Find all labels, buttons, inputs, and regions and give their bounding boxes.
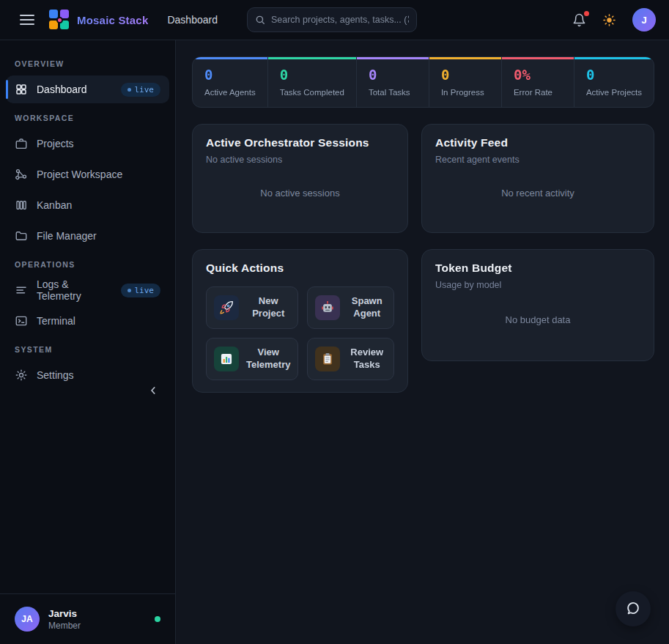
stat-label: Error Rate [514, 88, 562, 97]
stat-label: Active Agents [204, 88, 256, 97]
stat-error-rate: 0% Error Rate [501, 57, 574, 107]
stat-tasks-completed: 0 Tasks Completed [267, 57, 356, 107]
stat-accent-bar [357, 57, 429, 59]
section-operations: OPERATIONS [15, 260, 160, 269]
empty-state: No recent activity [435, 165, 640, 221]
search-icon [255, 15, 265, 25]
section-system: SYSTEM [15, 345, 160, 354]
action-label: View Telemetry [246, 347, 290, 371]
card-title: Quick Actions [206, 262, 394, 275]
action-label: Spawn Agent [347, 295, 386, 320]
mosaic-stack-logo [49, 10, 70, 30]
sidebar-item-terminal[interactable]: Terminal [6, 307, 169, 335]
stat-accent-bar [268, 57, 356, 59]
stat-label: In Progress [441, 88, 489, 97]
stat-label: Tasks Completed [280, 88, 344, 97]
theme-toggle-button[interactable] [602, 13, 616, 27]
clipboard-icon [315, 347, 340, 371]
notification-dot [584, 11, 589, 16]
stat-accent-bar [502, 57, 574, 59]
live-dot-icon [127, 289, 131, 292]
card-subtitle: Usage by model [435, 280, 640, 290]
stat-value: 0 [586, 67, 642, 83]
speech-bubble-icon [625, 601, 641, 617]
sidebar-item-kanban[interactable]: Kanban [6, 191, 169, 219]
stat-label: Active Projects [586, 88, 642, 97]
sidebar-item-label: Project Workspace [37, 169, 122, 180]
stat-accent-bar [574, 57, 654, 59]
stat-label: Total Tasks [369, 88, 417, 97]
card-subtitle: No active sessions [206, 155, 394, 165]
notifications-button[interactable] [572, 13, 586, 27]
sidebar-item-file-manager[interactable]: File Manager [6, 222, 169, 250]
search-input[interactable] [271, 15, 409, 25]
card-subtitle: Recent agent events [435, 155, 640, 165]
review-tasks-button[interactable]: Review Tasks [307, 338, 394, 380]
kanban-icon [15, 199, 28, 212]
sidebar-item-label: Settings [37, 369, 74, 381]
spawn-agent-button[interactable]: Spawn Agent [307, 286, 394, 329]
new-project-button[interactable]: New Project [206, 286, 298, 329]
sidebar: OVERVIEW Dashboard live WORKSPACE Projec… [0, 40, 176, 644]
stat-in-progress: 0 In Progress [429, 57, 501, 107]
user-name: Jarvis [48, 608, 81, 619]
stat-value: 0% [514, 67, 562, 83]
sidebar-item-projects[interactable]: Projects [6, 130, 169, 158]
stats-row: 0 Active Agents 0 Tasks Completed 0 Tota… [192, 56, 654, 108]
activity-feed-card: Activity Feed Recent agent events No rec… [421, 124, 654, 233]
sidebar-item-label: Kanban [37, 199, 72, 211]
sidebar-item-logs-telemetry[interactable]: Logs & Telemetry live [6, 276, 169, 304]
stat-value: 0 [441, 67, 489, 83]
top-header: Mosaic Stack Dashboard [0, 0, 669, 40]
gear-icon [15, 369, 28, 382]
stat-total-tasks: 0 Total Tasks [356, 57, 429, 107]
stat-active-projects: 0 Active Projects [574, 57, 654, 107]
sidebar-user-panel[interactable]: JA Jarvis Member [0, 593, 175, 644]
card-title: Token Budget [435, 262, 640, 275]
menu-icon[interactable] [20, 15, 34, 25]
sidebar-item-label: File Manager [37, 230, 97, 242]
card-title: Active Orchestrator Sessions [206, 136, 394, 149]
online-status-dot [155, 616, 160, 622]
terminal-icon [15, 314, 28, 327]
rocket-icon [214, 295, 239, 320]
sidebar-item-project-workspace[interactable]: Project Workspace [6, 160, 169, 188]
nodes-icon [15, 168, 28, 181]
chevron-left-icon [147, 385, 159, 396]
live-dot-icon [127, 88, 131, 92]
stat-accent-bar [429, 57, 501, 59]
stat-accent-bar [193, 57, 267, 59]
breadcrumb: Dashboard [167, 14, 218, 26]
action-label: New Project [246, 295, 290, 320]
lines-icon [15, 284, 28, 297]
briefcase-icon [15, 137, 28, 150]
live-badge: live [121, 83, 161, 97]
quick-actions-card: Quick Actions New Project [192, 249, 408, 393]
stat-active-agents: 0 Active Agents [193, 57, 267, 107]
sidebar-item-dashboard[interactable]: Dashboard live [6, 75, 169, 103]
search-bar[interactable] [247, 7, 417, 32]
folder-icon [15, 229, 28, 243]
user-avatar[interactable]: J [632, 8, 656, 32]
chat-button[interactable] [616, 591, 651, 626]
live-badge: live [121, 284, 161, 297]
empty-state: No active sessions [206, 165, 394, 221]
sidebar-item-settings[interactable]: Settings [6, 361, 169, 389]
sidebar-collapse-button[interactable] [147, 385, 159, 396]
stat-value: 0 [280, 67, 344, 83]
orchestrator-sessions-card: Active Orchestrator Sessions No active s… [192, 124, 408, 233]
section-workspace: WORKSPACE [15, 114, 160, 122]
grid-icon [15, 83, 28, 96]
main-content: 0 Active Agents 0 Tasks Completed 0 Tota… [176, 40, 669, 644]
stat-value: 0 [369, 67, 417, 83]
sun-icon [602, 13, 616, 27]
card-title: Activity Feed [435, 136, 640, 149]
user-role: Member [48, 621, 81, 631]
sidebar-item-label: Dashboard [37, 84, 87, 95]
robot-icon [315, 295, 340, 320]
stat-value: 0 [204, 67, 256, 83]
sidebar-item-label: Projects [37, 138, 74, 149]
sidebar-item-label: Logs & Telemetry [37, 278, 112, 302]
view-telemetry-button[interactable]: View Telemetry [206, 338, 298, 380]
sidebar-item-label: Terminal [37, 315, 75, 327]
